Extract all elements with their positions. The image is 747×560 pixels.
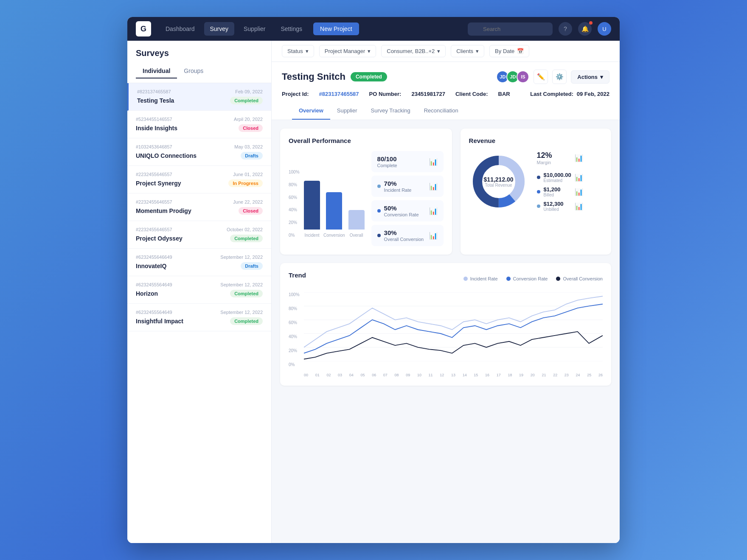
survey-item[interactable]: #6232455564649 September 12, 2022 Insigh… xyxy=(127,304,271,331)
billed-metric: $1,200 Billed 📊 xyxy=(537,186,583,197)
clients-label: Clients xyxy=(456,48,473,54)
calendar-icon: 📅 xyxy=(517,48,524,54)
nav-dashboard[interactable]: Dashboard xyxy=(160,22,201,36)
tab-supplier[interactable]: Supplier xyxy=(330,102,364,120)
metric-conversion-left: 50% Conversion Rate xyxy=(377,204,419,217)
project-manager-label: Project Manager xyxy=(325,48,365,54)
legend-overall-dot xyxy=(556,277,560,281)
metric-overall-value: 30% xyxy=(384,229,424,236)
survey-name: Inside Insights xyxy=(136,125,177,132)
trend-legend: Incident Rate Conversion Rate Overall Co… xyxy=(463,276,603,281)
new-project-button[interactable]: New Project xyxy=(313,22,359,35)
survey-item[interactable]: #823137465587 Feb 09, 2022 Testing Tesla… xyxy=(127,83,271,111)
detail-panel: Status ▾ Project Manager ▾ Consumer, B2B… xyxy=(272,41,620,543)
po-number-label: PO Number: xyxy=(369,91,402,97)
survey-item[interactable]: #2232455646557 October 02, 2022 Project … xyxy=(127,221,271,249)
tab-groups[interactable]: Groups xyxy=(177,64,210,78)
project-title-row: Testing Snitch Completed xyxy=(282,71,387,82)
bar-chart-icon1: 📊 xyxy=(429,158,438,166)
revenue-title: Revenue xyxy=(469,137,603,144)
project-title: Testing Snitch xyxy=(282,71,345,82)
survey-status-badge: In Progress xyxy=(228,179,263,187)
edit-button[interactable]: ✏️ xyxy=(534,70,548,84)
actions-button[interactable]: Actions ▾ xyxy=(571,70,609,84)
trend-card: Trend Incident Rate Conversion Rate xyxy=(280,263,611,386)
legend-conversion: Conversion Rate xyxy=(506,276,548,281)
dot-conversion xyxy=(377,209,381,213)
help-button[interactable]: ? xyxy=(559,22,572,36)
survey-status-badge: Drafts xyxy=(241,262,263,270)
tab-overview[interactable]: Overview xyxy=(292,102,330,120)
status-filter[interactable]: Status ▾ xyxy=(282,45,314,57)
trend-svg xyxy=(304,292,603,361)
tab-reconciliation[interactable]: Reconciliation xyxy=(417,102,465,120)
dot-overall xyxy=(377,234,381,237)
survey-name: Project Synergy xyxy=(136,180,181,187)
bar-chart-icon2: 📊 xyxy=(429,182,438,190)
project-id-label: Project Id: xyxy=(282,91,309,97)
survey-item[interactable]: #5234455146557 Arpil 20, 2022 Inside Ins… xyxy=(127,111,271,138)
project-header-right: JD JD IS ✏️ ⚙️ Actions ▾ xyxy=(496,70,609,84)
search-wrapper: 🔍 xyxy=(468,22,553,36)
notifications-button[interactable]: 🔔 xyxy=(578,22,592,36)
survey-item[interactable]: #6232455646649 September 12, 2022 Innova… xyxy=(127,249,271,276)
project-manager-filter[interactable]: Project Manager ▾ xyxy=(319,45,376,57)
bar-chart-icon4: 📊 xyxy=(429,232,438,240)
survey-status-badge: Closed xyxy=(239,124,263,132)
survey-item[interactable]: #1032453646857 May 03, 2022 UNIQLO Conne… xyxy=(127,138,271,166)
survey-id: #2232455646557 xyxy=(136,172,172,177)
project-id-value: #823137465587 xyxy=(319,91,359,97)
survey-id: #1032453646857 xyxy=(136,144,172,149)
survey-id: #823137465587 xyxy=(137,89,171,94)
chevron-down-icon3: ▾ xyxy=(437,48,440,54)
tab-individual[interactable]: Individual xyxy=(136,64,177,78)
clients-filter[interactable]: Clients ▾ xyxy=(451,45,484,57)
bar-chart: 100%80%60%40%20%0% Incident Conversion xyxy=(289,170,365,246)
nav-supplier[interactable]: Supplier xyxy=(238,22,271,36)
survey-status-badge: Closed xyxy=(239,207,263,215)
bar-chart-area: 100%80%60%40%20%0% Incident Conversion xyxy=(289,170,365,246)
chevron-down-icon2: ▾ xyxy=(368,48,371,54)
chevron-down-icon5: ▾ xyxy=(600,74,603,80)
nav-settings[interactable]: Settings xyxy=(275,22,308,36)
performance-inner: 100%80%60%40%20%0% Incident Conversion xyxy=(289,151,444,246)
trend-x-labels: 0001020304050607080910111213141516171819… xyxy=(304,373,603,377)
survey-name: InnovateIQ xyxy=(136,263,166,269)
survey-item[interactable]: #2232455646557 June 22, 2022 Momentum Pr… xyxy=(127,193,271,221)
avatar-is: IS xyxy=(517,70,529,83)
sidebar: Surveys Individual Groups #823137465587 … xyxy=(127,41,272,543)
by-date-filter[interactable]: By Date 📅 xyxy=(489,45,529,57)
consumer-label: Consumer, B2B..+2 xyxy=(387,48,435,54)
sidebar-header: Surveys Individual Groups xyxy=(127,41,271,83)
user-avatar[interactable]: U xyxy=(598,22,611,36)
survey-item[interactable]: #6232455564649 September 12, 2022 Horizo… xyxy=(127,276,271,304)
metric-complete-left: 80/100 Complete xyxy=(377,155,397,168)
tab-survey-tracking[interactable]: Survey Tracking xyxy=(364,102,417,120)
chevron-down-icon4: ▾ xyxy=(476,48,479,54)
trend-chart-area: 100%80%60%40%20%0% xyxy=(289,292,603,377)
search-input[interactable] xyxy=(468,22,553,36)
filter-bar: Status ▾ Project Manager ▾ Consumer, B2B… xyxy=(272,41,620,62)
legend-conversion-dot xyxy=(506,277,511,281)
consumer-filter[interactable]: Consumer, B2B..+2 ▾ xyxy=(381,45,446,57)
survey-status-badge: Completed xyxy=(230,317,263,325)
bar-overall xyxy=(348,210,365,230)
bar-conversion-group: Conversion xyxy=(323,192,345,238)
metric-overall: 30% Overall Conversion 📊 xyxy=(371,225,444,246)
bar-incident-group: Incident xyxy=(304,181,320,238)
metric-conversion-label: Conversion Rate xyxy=(384,212,419,217)
bar-conversion-label: Conversion xyxy=(323,233,345,238)
survey-date: September 12, 2022 xyxy=(220,255,263,260)
app-window: G Dashboard Survey Supplier Settings New… xyxy=(127,17,620,543)
project-status-badge: Completed xyxy=(351,72,387,81)
top-nav: G Dashboard Survey Supplier Settings New… xyxy=(127,17,620,41)
last-completed-value: 09 Feb, 2022 xyxy=(577,91,609,97)
nav-survey[interactable]: Survey xyxy=(204,22,235,36)
settings-button[interactable]: ⚙️ xyxy=(552,70,567,84)
survey-list: #823137465587 Feb 09, 2022 Testing Tesla… xyxy=(127,83,271,543)
survey-date: May 03, 2022 xyxy=(234,144,263,149)
survey-item[interactable]: #2232455646557 June 01, 2022 Project Syn… xyxy=(127,166,271,193)
legend-incident-label: Incident Rate xyxy=(470,276,498,281)
bar-conversion xyxy=(326,192,342,230)
metric-incident: 70% Incident Rate 📊 xyxy=(371,176,444,197)
